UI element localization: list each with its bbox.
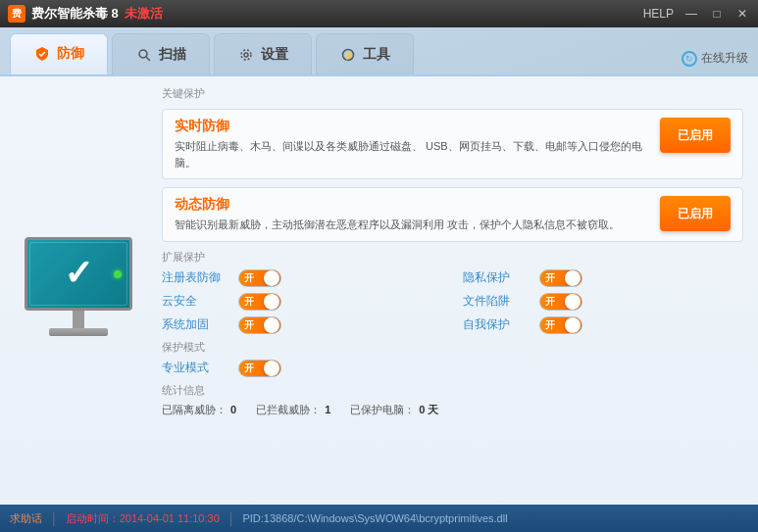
stat-blocked-label: 已拦截威胁： [256,403,321,417]
syshard-toggle-text: 开 [239,318,254,332]
realtime-defense-card: 实时防御 实时阻止病毒、木马、间谍以及各类威胁通过磁盘、 USB、网页挂马、下载… [162,109,743,179]
svg-text:⚡: ⚡ [343,50,355,62]
toggle-privacy: 隐私保护 开 [463,269,744,287]
minimize-button[interactable]: — [683,7,699,21]
syshard-knob [264,317,279,333]
professional-mode-knob [264,361,279,376]
dynamic-defense-button[interactable]: 已启用 [660,196,731,231]
stat-protected-label: 已保护电脑： [350,403,415,417]
realtime-defense-text: 实时防御 实时阻止病毒、木马、间谍以及各类威胁通过磁盘、 USB、网页挂马、下载… [175,118,650,170]
separator: | [52,510,56,526]
syshard-label[interactable]: 系统加固 [162,316,230,333]
syshard-toggle[interactable]: 开 [238,316,281,334]
svg-line-1 [146,57,150,61]
realtime-defense-button[interactable]: 已启用 [660,118,731,153]
key-protection-title: 关键保护 [162,86,743,103]
svg-point-0 [139,50,147,58]
filetrap-toggle-text: 开 [540,295,555,309]
realtime-defense-title: 实时防御 [175,118,650,135]
app-title-suffix: 未激活 [125,5,163,23]
toggle-syshard: 系统加固 开 [162,316,443,334]
right-content: 关键保护 实时防御 实时阻止病毒、木马、间谍以及各类威胁通过磁盘、 USB、网页… [157,76,758,505]
tab-tools[interactable]: ⚡ 工具 [316,33,414,74]
tab-scan[interactable]: 扫描 [112,33,210,74]
close-button[interactable]: ✕ [734,7,750,21]
dynamic-defense-card: 动态防御 智能识别最新威胁，主动抵御潜在恶意程序以及漏洞利用 攻击，保护个人隐私… [162,187,743,242]
stat-protected: 已保护电脑： 0 天 [350,403,438,417]
gear-icon [237,46,255,64]
cloud-label[interactable]: 云安全 [162,293,230,310]
dynamic-defense-desc: 智能识别最新威胁，主动抵御潜在恶意程序以及漏洞利用 攻击，保护个人隐私信息不被窃… [175,217,650,233]
statistics-section: 统计信息 已隔离威胁： 0 已拦截威胁： 1 已保护电脑： 0 天 [162,383,743,417]
tab-defense-label: 防御 [57,45,84,63]
professional-mode-label[interactable]: 专业模式 [162,360,230,376]
selfprotect-knob [565,317,581,333]
tab-settings-label: 设置 [261,46,288,64]
cloud-toggle[interactable]: 开 [238,293,281,311]
professional-mode-toggle[interactable]: 开 [238,360,281,377]
title-bar: 费 费尔智能杀毒 8 未激活 HELP — □ ✕ [0,0,758,27]
monitor-base [49,328,108,336]
filetrap-toggle[interactable]: 开 [539,293,582,311]
status-bar: 求助话 | 启动时间：2014-04-01 11:10:30 | PID:138… [0,505,758,532]
privacy-knob [565,270,581,286]
registry-toggle-text: 开 [239,271,254,285]
separator2: | [229,510,233,526]
svg-point-2 [244,53,248,57]
expanded-protection-section: 扩展保护 注册表防御 开 隐私保护 [162,250,743,334]
monitor-stand [73,311,84,328]
lightning-icon: ⚡ [339,46,357,64]
selfprotect-toggle-text: 开 [540,318,555,332]
toggle-registry: 注册表防御 开 [162,269,443,287]
selfprotect-toggle[interactable]: 开 [539,316,582,334]
title-bar-left: 费 费尔智能杀毒 8 未激活 [8,5,163,23]
stat-protected-value: 0 天 [419,403,438,417]
selfprotect-label[interactable]: 自我保护 [463,316,531,333]
registry-knob [264,270,279,286]
monitor-image: ✓ [20,237,137,345]
registry-label[interactable]: 注册表防御 [162,269,230,286]
checkmark-icon: ✓ [64,253,93,294]
app-title: 费尔智能杀毒 8 [31,5,119,23]
svg-point-3 [241,50,251,60]
content-area: ✓ 关键保护 实时防御 实时阻止病毒、木马、间谍以及各类威胁通过磁盘、 USB、… [0,74,758,532]
tab-defense[interactable]: 防御 [10,33,108,74]
toggle-cloud: 云安全 开 [162,293,443,311]
status-dot [114,270,122,278]
maximize-button[interactable]: □ [709,7,725,21]
stat-quarantined-label: 已隔离威胁： [162,403,227,417]
search-icon [135,46,153,64]
main-container: 防御 扫描 设置 ⚡ [0,27,758,532]
shield-icon [33,45,51,63]
tab-tools-label: 工具 [363,46,390,64]
title-bar-right: HELP — □ ✕ [643,7,750,21]
professional-mode-toggle-text: 开 [239,362,254,375]
toggle-grid: 注册表防御 开 隐私保护 开 [162,269,743,334]
status-time: 启动时间：2014-04-01 11:10:30 [66,511,220,526]
online-upgrade-button[interactable]: ↻ 在线升级 [682,50,748,67]
ask-label[interactable]: 求助话 [10,511,42,526]
left-panel: ✓ [0,76,157,505]
protection-mode-section: 保护模式 专业模式 开 [162,340,743,377]
filetrap-label[interactable]: 文件陷阱 [463,293,531,310]
help-label[interactable]: HELP [643,7,674,21]
stat-blocked: 已拦截威胁： 1 [256,403,330,417]
stat-quarantined: 已隔离威胁： 0 [162,403,236,417]
tab-scan-label: 扫描 [159,46,186,64]
stats-row: 已隔离威胁： 0 已拦截威胁： 1 已保护电脑： 0 天 [162,403,743,417]
pid-text: PID:13868/C:\Windows\SysWOW64\bcryptprim… [242,512,507,524]
privacy-toggle-text: 开 [540,271,555,285]
privacy-label[interactable]: 隐私保护 [463,269,531,286]
time-label: 启动时间： [66,512,120,524]
protection-mode-title: 保护模式 [162,340,743,355]
monitor-screen: ✓ [25,237,132,311]
online-upgrade-label: 在线升级 [701,50,748,67]
app-icon: 费 [8,5,25,23]
cloud-toggle-text: 开 [239,295,254,309]
statistics-title: 统计信息 [162,383,743,398]
privacy-toggle[interactable]: 开 [539,269,582,287]
registry-toggle[interactable]: 开 [238,269,281,287]
realtime-defense-desc: 实时阻止病毒、木马、间谍以及各类威胁通过磁盘、 USB、网页挂马、下载、电邮等入… [175,138,650,170]
tab-settings[interactable]: 设置 [214,33,312,74]
expanded-protection-title: 扩展保护 [162,250,743,265]
